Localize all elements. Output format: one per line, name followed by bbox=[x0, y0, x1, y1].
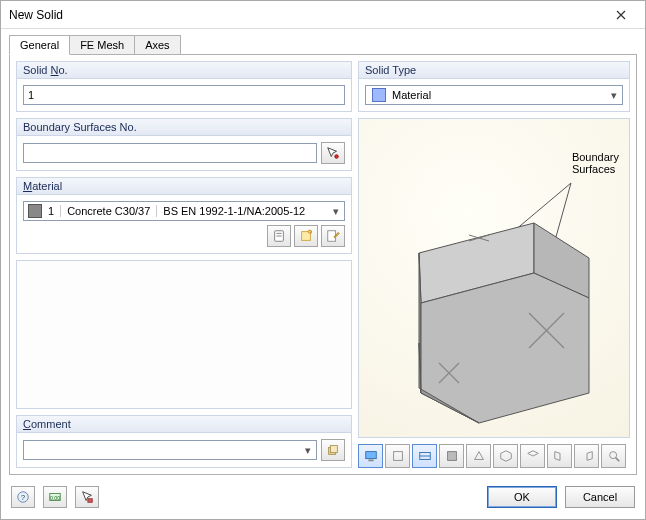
group-header: Comment bbox=[17, 416, 351, 433]
view-mode-button[interactable] bbox=[358, 444, 383, 468]
svg-rect-23 bbox=[365, 452, 376, 459]
material-new-button[interactable] bbox=[294, 225, 318, 247]
solid-icon bbox=[445, 449, 459, 463]
wire-icon bbox=[391, 449, 405, 463]
material-swatch-icon bbox=[28, 204, 42, 218]
preview-boundary-label: Boundary Surfaces bbox=[572, 151, 619, 175]
group-header: Solid No. bbox=[17, 62, 351, 79]
edit-icon bbox=[326, 229, 340, 243]
xy-icon bbox=[526, 449, 540, 463]
tab-label: FE Mesh bbox=[80, 39, 124, 51]
material-name: Concrete C30/37 bbox=[61, 205, 157, 217]
svg-line-35 bbox=[615, 458, 619, 462]
comment-select[interactable]: ▾ bbox=[23, 440, 317, 460]
material-index: 1 bbox=[46, 205, 61, 217]
zoom-icon bbox=[607, 449, 621, 463]
svg-rect-25 bbox=[393, 452, 402, 461]
group-comment: Comment ▾ bbox=[16, 415, 352, 468]
persp-icon bbox=[472, 449, 486, 463]
svg-marker-31 bbox=[527, 451, 538, 456]
view-toolbar bbox=[358, 444, 630, 468]
screen-icon bbox=[364, 449, 378, 463]
svg-marker-29 bbox=[474, 452, 483, 460]
stack-icon bbox=[326, 443, 340, 457]
empty-panel bbox=[16, 260, 352, 409]
svg-point-34 bbox=[609, 452, 616, 459]
units-icon: 0,00 bbox=[48, 490, 62, 504]
material-library-button[interactable] bbox=[267, 225, 291, 247]
solid-type-value: Material bbox=[392, 89, 606, 101]
tab-label: Axes bbox=[145, 39, 169, 51]
tab-strip: General FE Mesh Axes bbox=[1, 29, 645, 54]
group-solid-no: Solid No. bbox=[16, 61, 352, 112]
tab-general[interactable]: General bbox=[9, 35, 70, 55]
frame-icon bbox=[418, 449, 432, 463]
view-xz-button[interactable] bbox=[547, 444, 572, 468]
material-select[interactable]: 1 Concrete C30/37 BS EN 1992-1-1/NA:2005… bbox=[23, 201, 345, 221]
view-frame-button[interactable] bbox=[412, 444, 437, 468]
group-header: Solid Type bbox=[359, 62, 629, 79]
ok-button[interactable]: OK bbox=[487, 486, 557, 508]
group-boundary-surfaces: Boundary Surfaces No. bbox=[16, 118, 352, 171]
view-iso-button[interactable] bbox=[493, 444, 518, 468]
view-perspective-button[interactable] bbox=[466, 444, 491, 468]
svg-line-9 bbox=[514, 183, 571, 231]
solid-type-swatch-icon bbox=[372, 88, 386, 102]
close-icon bbox=[616, 10, 626, 20]
units-button[interactable]: 0,00 bbox=[43, 486, 67, 508]
view-fit-button[interactable] bbox=[601, 444, 626, 468]
title-bar: New Solid bbox=[1, 1, 645, 29]
chevron-down-icon: ▾ bbox=[300, 444, 316, 457]
left-column: Solid No. Boundary Surfaces No. bbox=[16, 61, 352, 468]
svg-rect-8 bbox=[330, 446, 337, 453]
tab-label: General bbox=[20, 39, 59, 51]
svg-rect-24 bbox=[368, 460, 373, 462]
footer: ? 0,00 OK Cancel bbox=[1, 475, 645, 519]
tab-axes[interactable]: Axes bbox=[134, 35, 180, 54]
solid-no-input[interactable] bbox=[23, 85, 345, 105]
comment-library-button[interactable] bbox=[321, 439, 345, 461]
chevron-down-icon: ▾ bbox=[606, 89, 622, 102]
preview-pane: Boundary Surfaces bbox=[358, 118, 630, 438]
close-button[interactable] bbox=[601, 4, 641, 26]
xz-icon bbox=[553, 449, 567, 463]
group-header: Boundary Surfaces No. bbox=[17, 119, 351, 136]
cursor-color-icon bbox=[80, 490, 94, 504]
pick-icon bbox=[326, 146, 340, 160]
svg-marker-32 bbox=[554, 452, 559, 461]
tab-fe-mesh[interactable]: FE Mesh bbox=[69, 35, 135, 54]
boundary-surfaces-input[interactable] bbox=[23, 143, 317, 163]
svg-marker-33 bbox=[587, 452, 592, 461]
svg-text:?: ? bbox=[21, 493, 26, 502]
pick-surfaces-button[interactable] bbox=[321, 142, 345, 164]
view-yz-button[interactable] bbox=[574, 444, 599, 468]
material-code: BS EN 1992-1-1/NA:2005-12 bbox=[157, 205, 328, 217]
tab-body: Solid No. Boundary Surfaces No. bbox=[9, 54, 637, 475]
solid-type-select[interactable]: Material ▾ bbox=[365, 85, 623, 105]
iso-icon bbox=[499, 449, 513, 463]
svg-text:0,00: 0,00 bbox=[50, 495, 60, 501]
material-edit-button[interactable] bbox=[321, 225, 345, 247]
group-header: Material bbox=[17, 178, 351, 195]
svg-point-0 bbox=[335, 155, 339, 159]
group-material: Material 1 Concrete C30/37 BS EN 1992-1-… bbox=[16, 177, 352, 254]
yz-icon bbox=[580, 449, 594, 463]
right-column: Solid Type Material ▾ Boundary Surfaces bbox=[358, 61, 630, 468]
svg-rect-40 bbox=[88, 499, 92, 503]
window-title: New Solid bbox=[9, 8, 63, 22]
view-solid-button[interactable] bbox=[439, 444, 464, 468]
new-icon bbox=[299, 229, 313, 243]
help-icon: ? bbox=[16, 490, 30, 504]
pick-color-button[interactable] bbox=[75, 486, 99, 508]
view-xy-button[interactable] bbox=[520, 444, 545, 468]
svg-marker-30 bbox=[500, 451, 511, 462]
chevron-down-icon: ▾ bbox=[328, 205, 344, 218]
svg-rect-28 bbox=[447, 452, 456, 461]
view-wireframe-button[interactable] bbox=[385, 444, 410, 468]
dialog-window: New Solid General FE Mesh Axes Solid No.… bbox=[0, 0, 646, 520]
help-button[interactable]: ? bbox=[11, 486, 35, 508]
cancel-button[interactable]: Cancel bbox=[565, 486, 635, 508]
group-solid-type: Solid Type Material ▾ bbox=[358, 61, 630, 112]
book-icon bbox=[272, 229, 286, 243]
